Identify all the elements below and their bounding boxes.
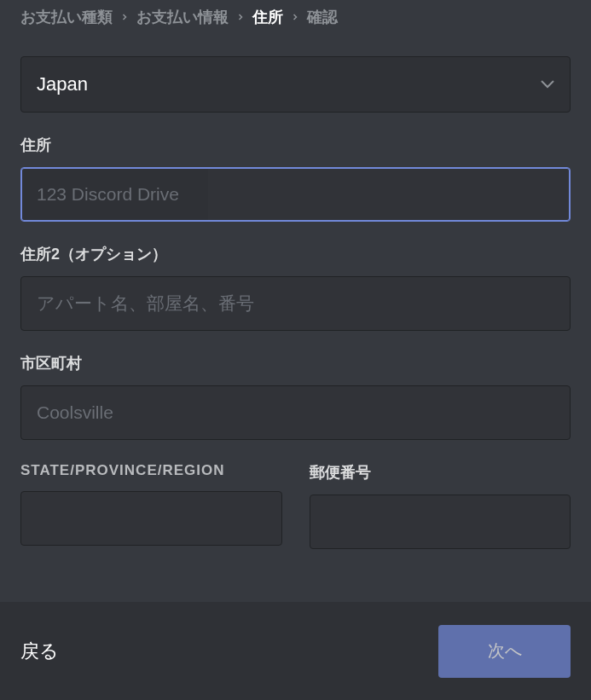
breadcrumb: お支払い種類 お支払い情報 住所 確認 <box>20 0 571 48</box>
address2-label: 住所2（オプション） <box>20 244 571 264</box>
city-input[interactable] <box>20 385 571 440</box>
back-button[interactable]: 戻る <box>20 639 59 664</box>
chevron-right-icon <box>119 12 130 22</box>
breadcrumb-step-address: 住所 <box>252 7 283 27</box>
address2-input[interactable] <box>20 276 571 331</box>
country-select[interactable]: Japan <box>20 56 571 113</box>
address1-input[interactable] <box>20 167 571 222</box>
chevron-right-icon <box>290 12 300 22</box>
state-label: STATE/PROVINCE/REGION <box>20 462 282 479</box>
caret-down-icon <box>541 80 554 89</box>
address1-label: 住所 <box>20 135 571 155</box>
chevron-right-icon <box>235 12 246 22</box>
breadcrumb-step-payment-info: お支払い情報 <box>136 7 229 27</box>
breadcrumb-step-confirm: 確認 <box>307 7 338 27</box>
postal-input[interactable] <box>310 495 571 549</box>
country-select-value: Japan <box>37 73 88 95</box>
modal-footer: 戻る 次へ <box>0 602 591 700</box>
state-input[interactable] <box>20 491 282 546</box>
postal-label: 郵便番号 <box>310 462 571 483</box>
city-label: 市区町村 <box>20 353 571 373</box>
breadcrumb-step-payment-type: お支払い種類 <box>20 7 113 27</box>
next-button[interactable]: 次へ <box>438 625 571 678</box>
